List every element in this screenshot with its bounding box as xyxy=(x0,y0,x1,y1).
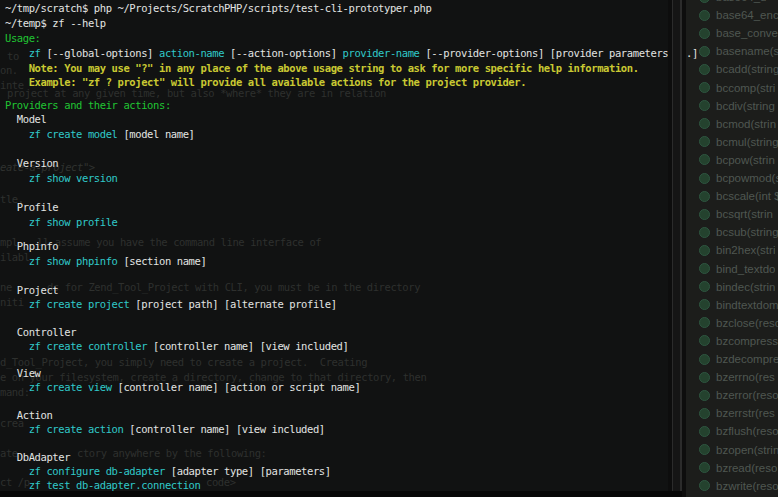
terminal-row: DbAdapter xyxy=(5,451,70,463)
terminal-row: zf create view [controller name] [action… xyxy=(5,381,360,393)
terminal-row: View xyxy=(5,367,41,379)
terminal-text-segment: DbAdapter xyxy=(5,451,70,463)
terminal-text-segment: Version xyxy=(5,157,58,169)
terminal-text-segment: zf create controller xyxy=(29,340,147,352)
terminal-row: Profile xyxy=(5,201,58,213)
terminal-text-segment: Example: "zf ? project" will provide all… xyxy=(5,76,526,88)
terminal-row: Version xyxy=(5,157,58,169)
terminal-row: Controller xyxy=(5,326,76,338)
terminal-text-segment: [adapter type] [parameters] xyxy=(165,465,331,477)
terminal-text-segment: [section name] xyxy=(118,255,207,267)
terminal-text-segment: [controller name] [action or script name… xyxy=(112,381,361,393)
terminal-text-segment xyxy=(5,216,29,228)
terminal-text-segment xyxy=(5,47,29,59)
terminal-row: Usage: xyxy=(5,32,41,44)
terminal-row: Example: "zf ? project" will provide all… xyxy=(5,76,526,88)
terminal-text-segment: provider-name xyxy=(343,47,420,59)
terminal-text-segment: [project path] [alternate profile] xyxy=(129,298,336,310)
terminal-row: zf configure db-adapter [adapter type] [… xyxy=(5,465,331,477)
editor-scrollbar[interactable] xyxy=(668,0,686,497)
terminal-text-segment xyxy=(5,255,29,267)
terminal-text-segment: zf show phpinfo xyxy=(29,255,118,267)
scrollbar-track[interactable] xyxy=(673,0,680,497)
terminal-row: Providers and their actions: xyxy=(5,99,171,111)
terminal-text-segment: zf show profile xyxy=(29,216,118,228)
scrollbar-edge-left xyxy=(672,0,673,497)
terminal-text-segment: [--provider-options] [provider parameter… xyxy=(420,47,698,59)
terminal-text-segment: ~/temp$ zf --help xyxy=(5,17,106,29)
terminal-text-segment xyxy=(5,298,29,310)
terminal-text-segment: [controller name] [view included] xyxy=(123,423,324,435)
terminal-text-segment: Profile xyxy=(5,201,58,213)
terminal-row: zf create model [model name] xyxy=(5,128,195,140)
terminal-text-segment: zf create view xyxy=(29,381,112,393)
terminal-text-segment: zf configure db-adapter xyxy=(29,465,165,477)
terminal-text-segment: Model xyxy=(5,113,46,125)
terminal-text-segment xyxy=(5,479,29,491)
terminal-row: Phpinfo xyxy=(5,240,58,252)
terminal-text-segment: Note: You may use "?" in any place of th… xyxy=(5,62,639,74)
terminal-row: zf create controller [controller name] [… xyxy=(5,340,348,352)
terminal-text-segment: Providers and their actions: xyxy=(5,99,171,111)
terminal-row: ~/tmp/scratch$ php ~/Projects/ScratchPHP… xyxy=(5,2,431,14)
terminal-text-segment: ~/tmp/scratch$ php ~/Projects/ScratchPHP… xyxy=(5,2,431,14)
terminal-text-segment: Project xyxy=(5,284,58,296)
terminal-text-segment xyxy=(5,423,29,435)
terminal-row: Model xyxy=(5,113,46,125)
terminal-text-segment: [--global-options] xyxy=(41,47,159,59)
terminal-text-segment: View xyxy=(5,367,41,379)
terminal-row: zf create action [controller name] [view… xyxy=(5,423,325,435)
terminal-row: zf show profile xyxy=(5,216,118,228)
terminal-text-segment: zf create model xyxy=(29,128,118,140)
terminal-text-segment xyxy=(5,340,29,352)
terminal-row: zf [--global-options] action-name [--act… xyxy=(5,47,698,59)
terminal-row: Project xyxy=(5,284,58,296)
terminal-text-segment: zf test db-adapter.connection xyxy=(29,479,201,491)
terminal-text-segment: zf show version xyxy=(29,172,118,184)
terminal-text-segment xyxy=(5,465,29,477)
terminal-row: Note: You may use "?" in any place of th… xyxy=(5,62,639,74)
terminal-text-segment: Usage: xyxy=(5,32,41,44)
terminal-text-segment xyxy=(5,128,29,140)
terminal-row: zf test db-adapter.connection xyxy=(5,479,200,491)
terminal-text-segment: zf create project xyxy=(29,298,130,310)
terminal-row: zf show version xyxy=(5,172,118,184)
scrollbar-edge-right xyxy=(680,0,682,497)
terminal-overlay: ~/tmp/scratch$ php ~/Projects/ScratchPHP… xyxy=(0,0,778,497)
terminal-text-segment: Action xyxy=(5,409,52,421)
terminal-text-segment: Phpinfo xyxy=(5,240,58,252)
ide-window: toon.inteproject at any given time, but … xyxy=(0,0,778,497)
terminal-text-segment: [controller name] [view included] xyxy=(147,340,348,352)
terminal-text-segment: Controller xyxy=(5,326,76,338)
terminal-text-segment: zf xyxy=(29,47,41,59)
terminal-row: zf create project [project path] [altern… xyxy=(5,298,337,310)
terminal-row: Action xyxy=(5,409,52,421)
terminal-text-segment: zf create action xyxy=(29,423,124,435)
terminal-row: ~/temp$ zf --help xyxy=(5,17,106,29)
terminal-text-segment xyxy=(5,381,29,393)
terminal-row: zf show phpinfo [section name] xyxy=(5,255,206,267)
bottom-edge xyxy=(0,491,682,497)
terminal-text-segment xyxy=(5,172,29,184)
terminal-text-segment: [--action-options] xyxy=(224,47,342,59)
terminal-text-segment: action-name xyxy=(159,47,224,59)
terminal-text-segment: [model name] xyxy=(118,128,195,140)
